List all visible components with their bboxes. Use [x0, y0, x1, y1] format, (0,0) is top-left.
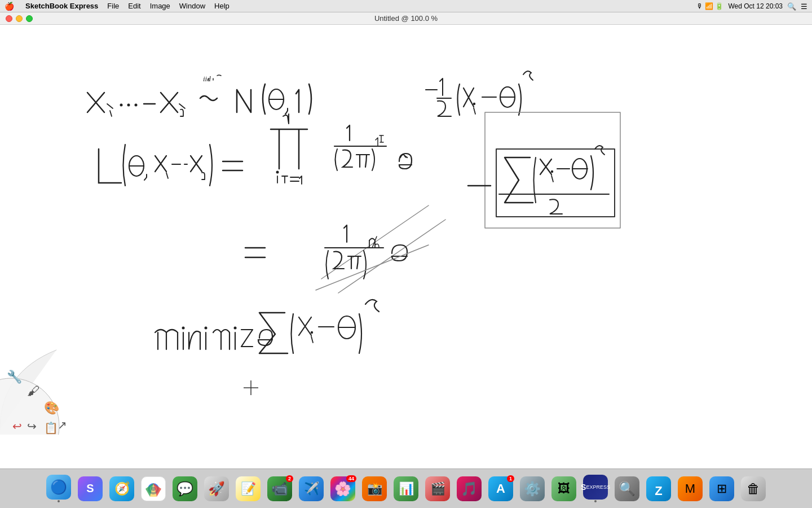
- dock-siri[interactable]: S: [76, 474, 105, 503]
- dock-finder[interactable]: 🔵: [44, 474, 73, 503]
- menubar-icons: 🎙 📶 🔋: [696, 2, 724, 10]
- svg-point-12: [182, 327, 185, 330]
- titlebar: Untitled @ 100.0 %: [0, 12, 812, 25]
- radial-toolbar: 🔧 🖌 🎨 ↗ 📋 ↩ ↪: [0, 339, 102, 429]
- file-menu[interactable]: File: [107, 2, 119, 10]
- maximize-button[interactable]: [26, 15, 33, 22]
- svg-text:↗: ↗: [58, 419, 67, 431]
- dock-systemprefs[interactable]: ⚙️: [518, 474, 547, 503]
- svg-text:🖌: 🖌: [27, 384, 39, 398]
- dock-numbers[interactable]: 📊: [391, 474, 421, 503]
- dock-messages[interactable]: 💬: [170, 474, 200, 503]
- dock-mango[interactable]: M: [676, 474, 705, 503]
- svg-text:↩: ↩: [12, 420, 22, 432]
- image-menu[interactable]: Image: [150, 2, 170, 10]
- window-title: Untitled @ 100.0 %: [374, 14, 438, 23]
- svg-point-7: [276, 171, 279, 174]
- dock-rocket[interactable]: 🚀: [202, 474, 231, 503]
- dock-iphoto[interactable]: 📸: [360, 474, 389, 503]
- dock-keynote[interactable]: 🎬: [423, 474, 452, 503]
- svg-point-8: [473, 103, 475, 105]
- dock-itunes[interactable]: 🎵: [454, 474, 484, 503]
- app-name[interactable]: SketchBook Express: [25, 2, 98, 10]
- dock-mail[interactable]: ✈️: [297, 474, 326, 503]
- help-menu[interactable]: Help: [214, 2, 230, 10]
- dock-zoom[interactable]: Z: [644, 474, 673, 503]
- dock-photos[interactable]: 🌸 44: [328, 474, 358, 503]
- svg-text:↪: ↪: [27, 420, 37, 432]
- svg-point-15: [311, 331, 313, 334]
- apple-menu[interactable]: 🍎: [5, 2, 14, 11]
- close-button[interactable]: [6, 15, 12, 22]
- dock-launchpad[interactable]: ⊞: [707, 474, 736, 503]
- dock-notes[interactable]: 📝: [233, 474, 263, 503]
- dock-safari[interactable]: 🧭: [107, 474, 136, 503]
- svg-text:🔧: 🔧: [7, 369, 23, 384]
- dock-facetime[interactable]: 📹 2: [265, 474, 294, 503]
- svg-point-2: [127, 104, 130, 107]
- svg-text:🎨: 🎨: [44, 400, 60, 415]
- edit-menu[interactable]: Edit: [128, 2, 140, 10]
- dock-chrome[interactable]: [139, 474, 168, 503]
- svg-point-1: [120, 104, 123, 107]
- svg-point-13: [205, 327, 208, 330]
- canvas-area[interactable]: iid: [0, 25, 812, 468]
- search-icon[interactable]: 🔍: [787, 2, 796, 11]
- dock-trash[interactable]: 🗑: [739, 474, 768, 503]
- minimize-button[interactable]: [16, 15, 23, 22]
- svg-point-10: [551, 170, 553, 173]
- svg-point-3: [135, 104, 138, 107]
- menubar: 🍎 SketchBook Express File Edit Image Win…: [0, 0, 812, 12]
- svg-text:📋: 📋: [44, 421, 58, 435]
- dock-sketchbook[interactable]: SEXPRESS: [581, 474, 610, 503]
- drawing-canvas[interactable]: iid: [0, 25, 812, 468]
- notification-icon[interactable]: ☰: [801, 2, 807, 11]
- dock: 🔵 S 🧭 💬 🚀 📝 📹 2: [0, 468, 812, 508]
- svg-text:iid: iid: [203, 75, 211, 83]
- window-menu[interactable]: Window: [179, 2, 205, 10]
- svg-point-14: [234, 327, 237, 330]
- dock-preview[interactable]: 🖼: [549, 474, 579, 503]
- clock: Wed Oct 12 20:03: [728, 2, 783, 10]
- dock-appstore[interactable]: A 1: [486, 474, 515, 503]
- dock-magnifier[interactable]: 🔍: [612, 474, 642, 503]
